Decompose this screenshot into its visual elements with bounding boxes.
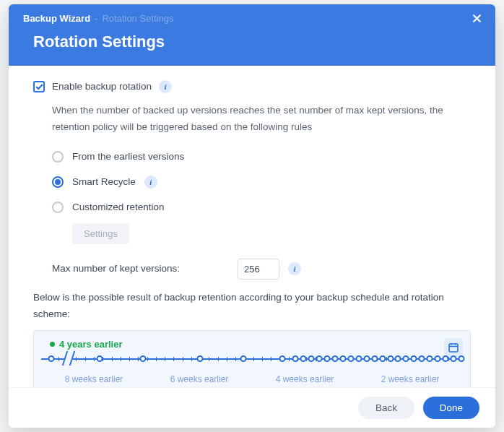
radio-earliest[interactable]: From the earliest versions xyxy=(52,144,471,170)
rotation-description: When the number of backed up versions re… xyxy=(52,103,471,136)
max-versions-label: Max number of kept versions: xyxy=(52,261,180,277)
timeline-marker xyxy=(387,355,394,362)
page-title: Rotation Settings xyxy=(9,27,495,66)
timeline-marker xyxy=(140,355,147,362)
retention-timeline: 4 years earlier 8 weeks earlier 6 weeks … xyxy=(33,330,471,388)
timeline-marker xyxy=(339,355,346,362)
timeline-marker xyxy=(379,355,386,362)
timeline-marker xyxy=(427,355,433,362)
week-label: 4 weeks earlier xyxy=(252,372,357,386)
timeline-marker xyxy=(419,355,425,362)
timeline-marker xyxy=(395,355,401,362)
radio-custom-indicator xyxy=(52,202,64,213)
breadcrumb-step: Rotation Settings xyxy=(102,13,173,24)
breadcrumb-separator: - xyxy=(95,13,97,24)
max-versions-row: Max number of kept versions: i xyxy=(52,259,471,280)
rotation-options-group: When the number of backed up versions re… xyxy=(52,103,471,280)
timeline-marker xyxy=(332,355,339,362)
header-breadcrumb-row: Backup Wizard - Rotation Settings xyxy=(9,4,495,27)
week-label: 6 weeks earlier xyxy=(147,372,252,386)
timeline-marker xyxy=(450,355,456,362)
backup-wizard-modal: Backup Wizard - Rotation Settings Rotati… xyxy=(9,4,495,428)
timeline-marker xyxy=(435,355,441,362)
max-versions-input[interactable] xyxy=(238,259,279,280)
timeline-origin-label: 4 years earlier xyxy=(50,337,122,353)
timeline-marker xyxy=(443,355,449,362)
info-icon[interactable]: i xyxy=(159,80,172,93)
timeline-marker xyxy=(48,355,55,362)
week-label: 2 weeks earlier xyxy=(357,372,463,386)
radio-custom-retention[interactable]: Customized retention xyxy=(52,195,471,220)
timeline-marker xyxy=(240,355,246,362)
timeline-marker xyxy=(308,355,315,362)
radio-custom-label: Customized retention xyxy=(72,199,165,216)
timeline-marker xyxy=(279,355,286,362)
timeline-marker xyxy=(96,355,103,362)
info-icon[interactable]: i xyxy=(288,262,301,275)
timeline-marker xyxy=(458,355,464,362)
enable-rotation-row: Enable backup rotation i xyxy=(33,79,471,95)
radio-smart-indicator xyxy=(52,176,64,188)
breadcrumb-app: Backup Wizard xyxy=(23,13,90,24)
modal-body: Enable backup rotation i When the number… xyxy=(9,66,495,387)
timeline-marker xyxy=(316,355,323,362)
timeline-marker xyxy=(355,355,362,362)
timeline-marker xyxy=(411,355,417,362)
timeline-marker xyxy=(347,355,354,362)
radio-smart-recycle[interactable]: Smart Recycle i xyxy=(52,170,471,195)
svg-rect-0 xyxy=(449,344,458,352)
back-button[interactable]: Back xyxy=(358,397,414,419)
modal-footer: Back Done xyxy=(9,387,495,428)
retention-settings-button[interactable]: Settings xyxy=(72,223,129,244)
result-description: Below is the possible result of backup r… xyxy=(33,290,471,323)
timeline-marker xyxy=(300,355,307,362)
timeline-marker xyxy=(324,355,331,362)
modal-header: Backup Wizard - Rotation Settings Rotati… xyxy=(9,4,495,66)
timeline-marker xyxy=(403,355,409,362)
timeline-marker xyxy=(292,355,299,362)
timeline-marker xyxy=(371,355,378,362)
week-label: 8 weeks earlier xyxy=(41,372,147,386)
radio-smart-label: Smart Recycle xyxy=(72,174,136,191)
info-icon[interactable]: i xyxy=(144,176,157,189)
close-icon[interactable] xyxy=(469,11,484,25)
radio-earliest-label: From the earliest versions xyxy=(72,149,184,165)
timeline-marker xyxy=(196,355,203,362)
timeline-week-labels: 8 weeks earlier 6 weeks earlier 4 weeks … xyxy=(41,372,463,386)
enable-rotation-checkbox[interactable] xyxy=(33,81,45,92)
enable-rotation-label: Enable backup rotation xyxy=(52,79,152,95)
done-button[interactable]: Done xyxy=(423,397,479,419)
radio-earliest-indicator xyxy=(52,151,64,163)
timeline-marker xyxy=(363,355,370,362)
